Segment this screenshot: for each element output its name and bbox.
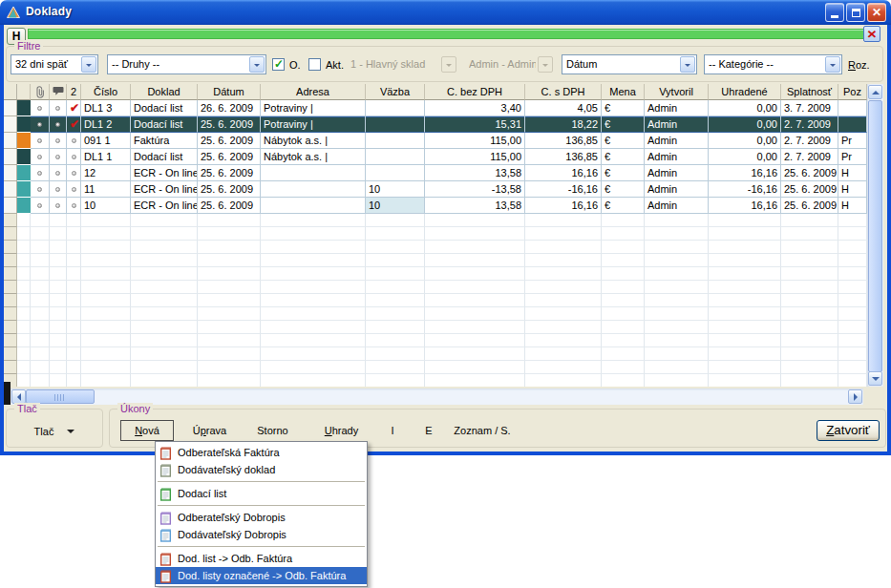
- action-button-uhrady[interactable]: Uhrady: [310, 420, 372, 441]
- header-flag[interactable]: 2: [67, 84, 81, 100]
- vertical-scrollbar[interactable]: [867, 84, 883, 387]
- cell-uhradene[interactable]: 0,00: [709, 100, 781, 116]
- cell-cislo[interactable]: 12: [81, 165, 131, 181]
- row-selector-cell[interactable]: [4, 165, 17, 181]
- print-button[interactable]: Tlač: [13, 420, 95, 442]
- cell-datum[interactable]: 25. 6. 2009: [198, 165, 261, 181]
- cell-attach[interactable]: [31, 165, 50, 181]
- cell-vytvoril[interactable]: Admin: [645, 198, 709, 214]
- action-button-prava[interactable]: Úprava: [183, 420, 236, 441]
- cell-doklad[interactable]: Dodací list: [131, 100, 198, 116]
- menu-item-dodac-list[interactable]: Dodací list: [156, 485, 367, 502]
- cell-attach[interactable]: [31, 100, 50, 116]
- filter-close-button[interactable]: ✕: [863, 26, 880, 42]
- cell-vazba[interactable]: [366, 165, 425, 181]
- cell-uhradene[interactable]: 0,00: [709, 133, 781, 149]
- cell-vazba[interactable]: 10: [366, 198, 425, 214]
- horizontal-scroll-thumb[interactable]: [26, 389, 95, 404]
- cell-mena[interactable]: €: [602, 181, 645, 198]
- cell-cbez[interactable]: 3,40: [425, 100, 525, 116]
- cell-note[interactable]: [50, 198, 67, 214]
- header-vazba[interactable]: Väzba: [366, 84, 425, 100]
- action-button-i[interactable]: I: [384, 420, 401, 441]
- cell-flag[interactable]: [67, 181, 81, 198]
- cell-poz[interactable]: Pr: [838, 149, 867, 165]
- scroll-down-button[interactable]: [868, 371, 882, 386]
- cell-vazba[interactable]: [366, 116, 425, 133]
- cell-vazba[interactable]: 10: [366, 181, 425, 198]
- row-selector-cell[interactable]: [4, 100, 17, 116]
- cell-vazba[interactable]: [366, 100, 425, 116]
- row-selector-cell[interactable]: [4, 149, 17, 165]
- cell-cbez[interactable]: 115,00: [425, 149, 525, 165]
- cell-cislo[interactable]: 11: [81, 181, 131, 198]
- action-button-storno[interactable]: Storno: [246, 420, 299, 441]
- cell-vytvoril[interactable]: Admin: [645, 149, 709, 165]
- cell-cislo[interactable]: 10: [81, 198, 131, 214]
- cell-mena[interactable]: €: [602, 100, 645, 116]
- cell-vytvoril[interactable]: Admin: [645, 100, 709, 116]
- cell-note[interactable]: [50, 133, 67, 149]
- period-combo[interactable]: 32 dni späť: [11, 54, 98, 74]
- cell-cbez[interactable]: -13,58: [425, 181, 525, 198]
- cell-datum[interactable]: 25. 6. 2009: [198, 149, 261, 165]
- cell-attach[interactable]: [31, 116, 50, 133]
- cell-poz[interactable]: [838, 100, 867, 116]
- cell-doklad[interactable]: Faktúra: [131, 133, 198, 149]
- header-attach[interactable]: [31, 84, 50, 100]
- header-datum[interactable]: Dátum: [198, 84, 261, 100]
- cell-uhradene[interactable]: -16,16: [709, 181, 781, 198]
- cell-cbez[interactable]: 115,00: [425, 133, 525, 149]
- menu-item-dod-vate-sk-doklad[interactable]: Dodávateľský doklad: [156, 461, 367, 478]
- cell-mena[interactable]: €: [602, 149, 645, 165]
- cell-adresa[interactable]: Potraviny |: [261, 116, 366, 133]
- header-cislo[interactable]: Číslo: [81, 84, 131, 100]
- cell-cs[interactable]: 16,16: [525, 198, 602, 214]
- table-row[interactable]: DL1 1Dodací list25. 6. 2009Nábytok a.s. …: [4, 149, 867, 165]
- combo-arrow-icon[interactable]: [825, 56, 840, 73]
- cell-poz[interactable]: H: [838, 181, 867, 198]
- combo-arrow-icon[interactable]: [680, 56, 695, 73]
- cell-adresa[interactable]: [261, 198, 366, 214]
- cell-note[interactable]: [50, 100, 67, 116]
- row-selector-cell[interactable]: [4, 116, 17, 133]
- cell-splatnost[interactable]: 25. 6. 2009: [781, 181, 838, 198]
- cell-vazba[interactable]: [366, 133, 425, 149]
- cell-cs[interactable]: 18,22: [525, 116, 602, 133]
- cell-cs[interactable]: -16,16: [525, 181, 602, 198]
- cell-uhradene[interactable]: 16,16: [709, 165, 781, 181]
- action-button-nov[interactable]: Nová: [120, 420, 174, 441]
- cell-cislo[interactable]: 091 1: [81, 133, 131, 149]
- cell-splatnost[interactable]: 25. 6. 2009: [781, 198, 838, 214]
- cell-doklad[interactable]: ECR - On line: [131, 198, 198, 214]
- close-button[interactable]: ✕: [867, 3, 886, 22]
- vertical-scroll-thumb[interactable]: [868, 100, 882, 372]
- action-button-e[interactable]: E: [420, 420, 437, 441]
- minimize-button[interactable]: [825, 3, 844, 22]
- cell-cs[interactable]: 4,05: [525, 100, 602, 116]
- cell-flag[interactable]: [67, 198, 81, 214]
- cell-doklad[interactable]: Dodací list: [131, 116, 198, 133]
- cell-adresa[interactable]: [261, 181, 366, 198]
- splitter-handle[interactable]: [4, 382, 11, 405]
- cell-uhradene[interactable]: 16,16: [709, 198, 781, 214]
- header-cbez[interactable]: C. bez DPH: [425, 84, 525, 100]
- cell-vytvoril[interactable]: Admin: [645, 165, 709, 181]
- cell-splatnost[interactable]: 2. 7. 2009: [781, 149, 838, 165]
- cell-vytvoril[interactable]: Admin: [645, 116, 709, 133]
- header-mena[interactable]: Mena: [602, 84, 645, 100]
- cell-cislo[interactable]: DL1 3: [81, 100, 131, 116]
- cell-doklad[interactable]: ECR - On line: [131, 181, 198, 198]
- table-row[interactable]: 11ECR - On line25. 6. 200910-13,58-16,16…: [4, 181, 867, 198]
- header-cs[interactable]: C. s DPH: [525, 84, 602, 100]
- cell-flag[interactable]: [67, 133, 81, 149]
- cell-poz[interactable]: [838, 116, 867, 133]
- cell-note[interactable]: [50, 165, 67, 181]
- cell-datum[interactable]: 25. 6. 2009: [198, 116, 261, 133]
- combo-arrow-icon[interactable]: [249, 56, 265, 73]
- header-note[interactable]: [50, 84, 67, 100]
- header-adresa[interactable]: Adresa: [261, 84, 366, 100]
- header-poz[interactable]: Poz: [838, 84, 867, 100]
- cell-flag[interactable]: [67, 149, 81, 165]
- roz-link[interactable]: Roz.: [848, 59, 870, 71]
